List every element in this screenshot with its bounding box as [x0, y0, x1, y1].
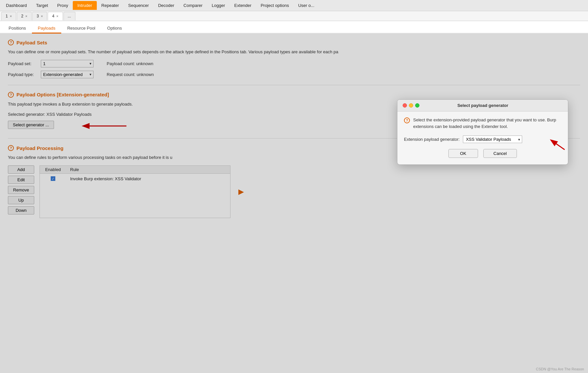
dialog-title: Select payload generator — [403, 103, 563, 108]
subtab-payloads[interactable]: Payloads — [32, 24, 61, 34]
menu-intruder[interactable]: Intruder — [73, 1, 97, 10]
tab-2-label: 2 — [21, 14, 23, 18]
menu-proxy[interactable]: Proxy — [53, 1, 73, 10]
tab-2-close[interactable]: × — [25, 14, 27, 18]
menu-sequencer[interactable]: Sequencer — [123, 1, 153, 10]
tab-4-close[interactable]: × — [56, 14, 58, 18]
extension-select[interactable]: XSS Validator Payloads — [463, 136, 522, 143]
extension-label: Extension payload generator: — [404, 137, 460, 142]
subtab-bar: Positions Payloads Resource Pool Options — [0, 21, 588, 34]
menu-target[interactable]: Target — [32, 1, 53, 10]
dialog-description-area: ? Select the extension-provided payload … — [404, 117, 561, 130]
tab-4-label: 4 — [52, 14, 54, 18]
tab-3[interactable]: 3 × — [32, 12, 47, 20]
menu-extender[interactable]: Extender — [230, 1, 256, 10]
subtab-positions[interactable]: Positions — [3, 24, 32, 34]
menu-logger[interactable]: Logger — [207, 1, 229, 10]
menu-comparer[interactable]: Comparer — [179, 1, 207, 10]
menu-bar: Dashboard Target Proxy Intruder Repeater… — [0, 0, 588, 11]
tab-3-label: 3 — [37, 14, 39, 18]
tab-bar: 1 × 2 × 3 × 4 × ... — [0, 11, 588, 21]
tab-3-close[interactable]: × — [41, 14, 43, 18]
tab-4[interactable]: 4 × — [48, 12, 63, 20]
dialog-titlebar: Select payload generator — [397, 100, 568, 112]
subtab-options[interactable]: Options — [101, 24, 128, 34]
select-generator-dialog: Select payload generator ? Select the ex… — [397, 99, 568, 165]
tab-more[interactable]: ... — [64, 12, 75, 20]
extension-select-wrapper[interactable]: XSS Validator Payloads — [463, 136, 522, 143]
ok-button[interactable]: OK — [448, 149, 478, 158]
dialog-overlay: Select payload generator ? Select the ex… — [0, 34, 588, 373]
tab-1[interactable]: 1 × — [1, 12, 16, 20]
subtab-resource-pool[interactable]: Resource Pool — [61, 24, 101, 34]
tab-1-close[interactable]: × — [10, 14, 12, 18]
dialog-description-text: Select the extension-provided payload ge… — [413, 117, 561, 130]
dialog-buttons: OK Cancel — [404, 149, 561, 159]
tab-1-label: 1 — [6, 14, 8, 18]
menu-project-options[interactable]: Project options — [256, 1, 294, 10]
dialog-form-row: Extension payload generator: XSS Validat… — [404, 136, 561, 143]
cancel-button[interactable]: Cancel — [483, 149, 517, 158]
menu-user-options[interactable]: User o... — [294, 1, 319, 10]
menu-repeater[interactable]: Repeater — [97, 1, 123, 10]
main-content: ? Payload Sets You can define one or mor… — [0, 34, 588, 373]
tab-more-label: ... — [68, 14, 71, 18]
dialog-help-icon: ? — [404, 117, 410, 123]
menu-dashboard[interactable]: Dashboard — [1, 1, 32, 10]
tab-2[interactable]: 2 × — [17, 12, 32, 20]
menu-decoder[interactable]: Decoder — [153, 1, 179, 10]
footer-text: CSDN @You Are The Reason — [536, 367, 584, 371]
dialog-body: ? Select the extension-provided payload … — [397, 112, 568, 164]
